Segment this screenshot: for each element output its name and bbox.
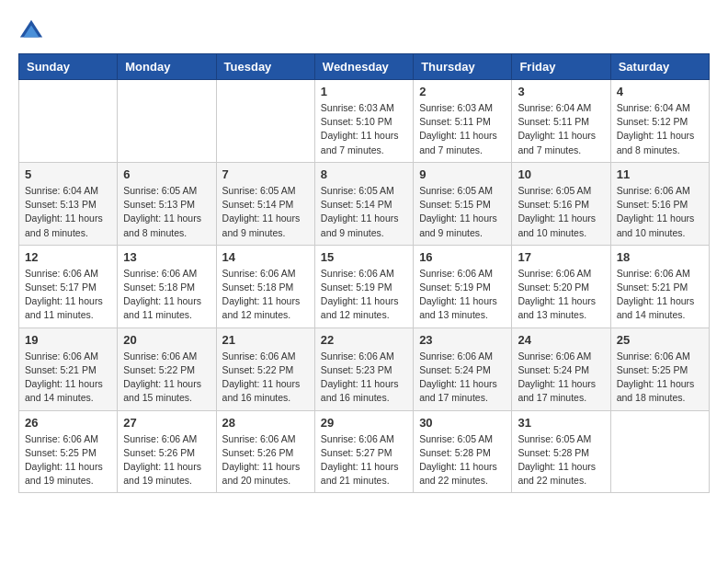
calendar-week-2: 5Sunrise: 6:04 AM Sunset: 5:13 PM Daylig… [19, 162, 710, 245]
day-number: 24 [518, 333, 604, 347]
calendar-cell: 22Sunrise: 6:06 AM Sunset: 5:23 PM Dayli… [314, 327, 413, 410]
calendar-cell: 4Sunrise: 6:04 AM Sunset: 5:12 PM Daylig… [610, 80, 709, 163]
calendar-cell [19, 80, 118, 163]
day-info: Sunrise: 6:06 AM Sunset: 5:25 PM Dayligh… [617, 350, 703, 406]
day-number: 8 [321, 167, 407, 181]
day-number: 26 [25, 416, 111, 430]
day-info: Sunrise: 6:06 AM Sunset: 5:21 PM Dayligh… [25, 350, 111, 406]
day-number: 9 [419, 167, 506, 181]
day-info: Sunrise: 6:06 AM Sunset: 5:26 PM Dayligh… [123, 432, 210, 488]
weekday-header-wednesday: Wednesday [314, 54, 413, 80]
logo [18, 18, 48, 44]
calendar-cell: 15Sunrise: 6:06 AM Sunset: 5:19 PM Dayli… [314, 245, 413, 327]
calendar-cell: 31Sunrise: 6:05 AM Sunset: 5:28 PM Dayli… [512, 410, 610, 493]
day-number: 31 [518, 416, 604, 430]
day-info: Sunrise: 6:04 AM Sunset: 5:13 PM Dayligh… [25, 184, 111, 240]
day-number: 27 [123, 416, 210, 430]
day-number: 15 [321, 250, 407, 264]
weekday-header-monday: Monday [118, 54, 216, 80]
day-number: 3 [518, 85, 604, 98]
day-number: 29 [321, 416, 407, 430]
day-info: Sunrise: 6:05 AM Sunset: 5:14 PM Dayligh… [321, 184, 407, 240]
calendar-cell: 12Sunrise: 6:06 AM Sunset: 5:17 PM Dayli… [19, 245, 118, 327]
day-number: 12 [25, 250, 111, 264]
weekday-header-sunday: Sunday [19, 54, 118, 80]
weekday-header-thursday: Thursday [414, 54, 512, 80]
calendar-cell: 9Sunrise: 6:05 AM Sunset: 5:15 PM Daylig… [414, 162, 512, 245]
day-info: Sunrise: 6:06 AM Sunset: 5:24 PM Dayligh… [419, 350, 506, 406]
day-number: 22 [321, 333, 407, 347]
calendar-cell: 6Sunrise: 6:05 AM Sunset: 5:13 PM Daylig… [118, 162, 216, 245]
day-number: 17 [518, 250, 604, 264]
calendar-week-5: 26Sunrise: 6:06 AM Sunset: 5:25 PM Dayli… [19, 410, 710, 493]
weekday-header-saturday: Saturday [610, 54, 709, 80]
day-info: Sunrise: 6:06 AM Sunset: 5:22 PM Dayligh… [222, 350, 309, 406]
day-number: 6 [123, 167, 210, 181]
page-header [18, 18, 710, 44]
calendar-cell: 10Sunrise: 6:05 AM Sunset: 5:16 PM Dayli… [512, 162, 610, 245]
calendar-cell: 2Sunrise: 6:03 AM Sunset: 5:11 PM Daylig… [414, 80, 512, 163]
day-info: Sunrise: 6:06 AM Sunset: 5:17 PM Dayligh… [25, 267, 111, 323]
calendar-cell: 26Sunrise: 6:06 AM Sunset: 5:25 PM Dayli… [19, 410, 118, 493]
day-number: 5 [25, 167, 111, 181]
calendar-cell: 23Sunrise: 6:06 AM Sunset: 5:24 PM Dayli… [414, 327, 512, 410]
calendar-table: SundayMondayTuesdayWednesdayThursdayFrid… [18, 53, 710, 493]
day-info: Sunrise: 6:06 AM Sunset: 5:19 PM Dayligh… [419, 267, 506, 323]
day-number: 20 [123, 333, 210, 347]
day-info: Sunrise: 6:05 AM Sunset: 5:15 PM Dayligh… [419, 184, 506, 240]
day-number: 14 [222, 250, 309, 264]
day-info: Sunrise: 6:05 AM Sunset: 5:16 PM Dayligh… [518, 184, 604, 240]
day-info: Sunrise: 6:04 AM Sunset: 5:12 PM Dayligh… [617, 101, 703, 157]
logo-icon [18, 18, 44, 44]
day-number: 25 [617, 333, 703, 347]
day-info: Sunrise: 6:04 AM Sunset: 5:11 PM Dayligh… [518, 101, 604, 157]
weekday-header-tuesday: Tuesday [216, 54, 314, 80]
calendar-cell: 16Sunrise: 6:06 AM Sunset: 5:19 PM Dayli… [414, 245, 512, 327]
day-info: Sunrise: 6:05 AM Sunset: 5:28 PM Dayligh… [518, 432, 604, 488]
day-info: Sunrise: 6:06 AM Sunset: 5:19 PM Dayligh… [321, 267, 407, 323]
calendar-cell: 3Sunrise: 6:04 AM Sunset: 5:11 PM Daylig… [512, 80, 610, 163]
calendar-cell: 13Sunrise: 6:06 AM Sunset: 5:18 PM Dayli… [118, 245, 216, 327]
calendar-cell: 14Sunrise: 6:06 AM Sunset: 5:18 PM Dayli… [216, 245, 314, 327]
day-number: 16 [419, 250, 506, 264]
calendar-week-3: 12Sunrise: 6:06 AM Sunset: 5:17 PM Dayli… [19, 245, 710, 327]
calendar-cell: 21Sunrise: 6:06 AM Sunset: 5:22 PM Dayli… [216, 327, 314, 410]
calendar-cell: 24Sunrise: 6:06 AM Sunset: 5:24 PM Dayli… [512, 327, 610, 410]
day-number: 28 [222, 416, 309, 430]
day-number: 21 [222, 333, 309, 347]
day-info: Sunrise: 6:06 AM Sunset: 5:26 PM Dayligh… [222, 432, 309, 488]
day-number: 13 [123, 250, 210, 264]
calendar-cell: 1Sunrise: 6:03 AM Sunset: 5:10 PM Daylig… [314, 80, 413, 163]
calendar-cell: 19Sunrise: 6:06 AM Sunset: 5:21 PM Dayli… [19, 327, 118, 410]
day-info: Sunrise: 6:06 AM Sunset: 5:25 PM Dayligh… [25, 432, 111, 488]
day-info: Sunrise: 6:05 AM Sunset: 5:13 PM Dayligh… [123, 184, 210, 240]
calendar-week-4: 19Sunrise: 6:06 AM Sunset: 5:21 PM Dayli… [19, 327, 710, 410]
day-info: Sunrise: 6:03 AM Sunset: 5:10 PM Dayligh… [321, 101, 407, 157]
day-number: 19 [25, 333, 111, 347]
calendar-cell: 8Sunrise: 6:05 AM Sunset: 5:14 PM Daylig… [314, 162, 413, 245]
day-info: Sunrise: 6:06 AM Sunset: 5:24 PM Dayligh… [518, 350, 604, 406]
calendar-cell: 5Sunrise: 6:04 AM Sunset: 5:13 PM Daylig… [19, 162, 118, 245]
calendar-cell: 17Sunrise: 6:06 AM Sunset: 5:20 PM Dayli… [512, 245, 610, 327]
day-info: Sunrise: 6:06 AM Sunset: 5:18 PM Dayligh… [222, 267, 309, 323]
day-number: 7 [222, 167, 309, 181]
day-number: 2 [419, 85, 506, 98]
calendar-cell [118, 80, 216, 163]
calendar-cell: 18Sunrise: 6:06 AM Sunset: 5:21 PM Dayli… [610, 245, 709, 327]
day-number: 18 [617, 250, 703, 264]
weekday-header-friday: Friday [512, 54, 610, 80]
calendar-cell: 29Sunrise: 6:06 AM Sunset: 5:27 PM Dayli… [314, 410, 413, 493]
weekday-header-row: SundayMondayTuesdayWednesdayThursdayFrid… [19, 54, 710, 80]
day-info: Sunrise: 6:06 AM Sunset: 5:16 PM Dayligh… [617, 184, 703, 240]
calendar-week-1: 1Sunrise: 6:03 AM Sunset: 5:10 PM Daylig… [19, 80, 710, 163]
day-info: Sunrise: 6:06 AM Sunset: 5:23 PM Dayligh… [321, 350, 407, 406]
day-info: Sunrise: 6:06 AM Sunset: 5:18 PM Dayligh… [123, 267, 210, 323]
calendar-cell: 11Sunrise: 6:06 AM Sunset: 5:16 PM Dayli… [610, 162, 709, 245]
calendar-cell [610, 410, 709, 493]
calendar-cell: 27Sunrise: 6:06 AM Sunset: 5:26 PM Dayli… [118, 410, 216, 493]
day-info: Sunrise: 6:06 AM Sunset: 5:21 PM Dayligh… [617, 267, 703, 323]
day-number: 1 [321, 85, 407, 98]
calendar-cell: 7Sunrise: 6:05 AM Sunset: 5:14 PM Daylig… [216, 162, 314, 245]
calendar-cell: 28Sunrise: 6:06 AM Sunset: 5:26 PM Dayli… [216, 410, 314, 493]
calendar-cell: 20Sunrise: 6:06 AM Sunset: 5:22 PM Dayli… [118, 327, 216, 410]
